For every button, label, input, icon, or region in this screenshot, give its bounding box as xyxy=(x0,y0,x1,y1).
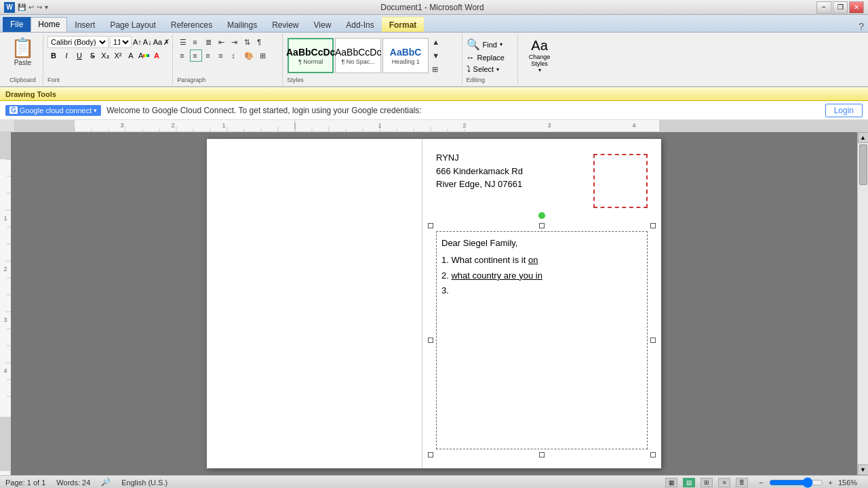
document-area[interactable]: RYNJ 666 Kinderkamack Rd River Edge, NJ … xyxy=(11,132,857,475)
style-normal[interactable]: AaBbCcDc ¶ Normal xyxy=(288,38,334,73)
shading-btn[interactable]: 🎨 xyxy=(241,49,256,62)
page-info: Page: 1 of 1 xyxy=(5,479,45,487)
sender-line2: 666 Kinderkamack Rd xyxy=(436,165,523,178)
handle-bot-right[interactable] xyxy=(650,452,656,458)
italic-button[interactable]: I xyxy=(60,49,73,62)
select-button[interactable]: ⤵ Select ▾ xyxy=(467,64,500,74)
clipboard-group: 📋 Paste Clipboard xyxy=(3,34,43,85)
show-hide-btn[interactable]: ¶ xyxy=(254,36,267,48)
page: RYNJ 666 Kinderkamack Rd River Edge, NJ … xyxy=(207,139,661,468)
tab-file[interactable]: File xyxy=(3,17,31,32)
handle-top-mid[interactable] xyxy=(539,223,545,228)
tab-view[interactable]: View xyxy=(307,17,339,32)
styles-scroll-down[interactable]: ▼ xyxy=(429,49,442,62)
align-left-btn[interactable]: ≡ xyxy=(177,49,189,62)
view-outline[interactable]: ≡ xyxy=(718,478,730,487)
handle-top-left[interactable] xyxy=(428,223,433,228)
view-full-screen[interactable]: ▤ xyxy=(683,478,695,487)
close-button[interactable]: ✕ xyxy=(849,1,864,14)
align-right-btn[interactable]: ≡ xyxy=(203,49,215,62)
underline-button[interactable]: U xyxy=(73,49,85,62)
tab-references[interactable]: References xyxy=(163,17,220,32)
line-spacing-btn[interactable]: ↕ xyxy=(229,49,241,62)
view-web[interactable]: ⊞ xyxy=(701,478,713,487)
tab-home[interactable]: Home xyxy=(31,17,67,32)
spell-check-icon[interactable]: 🔎 xyxy=(101,478,111,487)
minimize-button[interactable]: − xyxy=(816,1,831,14)
font-name-select[interactable]: Calibri (Body) xyxy=(47,36,108,48)
tab-mailings[interactable]: Mailings xyxy=(220,17,264,32)
styles-more[interactable]: ⊞ xyxy=(429,63,442,75)
quick-access-redo[interactable]: ↪ xyxy=(37,3,42,11)
svg-rect-1 xyxy=(15,120,75,132)
replace-button[interactable]: ↔ Replace xyxy=(467,53,505,62)
grow-font-btn[interactable]: A↑ xyxy=(133,38,142,46)
ribbon: File Home Insert Page Layout References … xyxy=(0,15,868,87)
handle-mid-right[interactable] xyxy=(650,338,656,343)
superscript-button[interactable]: X² xyxy=(112,49,124,62)
main-area: 1 2 3 4 RYNJ 666 Kinderkamack Rd River E… xyxy=(0,132,868,475)
tab-format[interactable]: Format xyxy=(382,17,425,32)
change-case-btn[interactable]: Aa xyxy=(153,38,162,46)
justify-btn[interactable]: ≡ xyxy=(216,49,228,62)
svg-text:|: | xyxy=(294,122,296,129)
strikethrough-button[interactable]: S̶ xyxy=(86,49,98,62)
styles-scroll-up[interactable]: ▲ xyxy=(429,36,442,48)
subscript-button[interactable]: X₂ xyxy=(99,49,111,62)
numbering-btn[interactable]: ≡ xyxy=(190,36,202,48)
paragraph-group: ☰ ≡ ≣ ⇤ ⇥ ⇅ ¶ ≡ ≡ ≡ ≡ ↕ 🎨 ⊞ Paragraph xyxy=(174,34,283,85)
view-print-layout[interactable]: ▦ xyxy=(665,478,677,487)
svg-text:2: 2 xyxy=(462,122,466,129)
tab-review[interactable]: Review xyxy=(264,17,306,32)
quick-access-save[interactable]: 💾 xyxy=(18,3,26,11)
decrease-indent-btn[interactable]: ⇤ xyxy=(216,36,228,48)
font-color-btn[interactable]: A xyxy=(151,49,163,62)
tab-addins[interactable]: Add-Ins xyxy=(338,17,381,32)
status-bar: Page: 1 of 1 Words: 24 🔎 English (U.S.) … xyxy=(0,475,868,488)
tab-bar: File Home Insert Page Layout References … xyxy=(0,15,868,33)
style-heading1[interactable]: AaBbC Heading 1 xyxy=(382,38,429,73)
scroll-down-button[interactable]: ▼ xyxy=(858,464,869,475)
svg-text:4: 4 xyxy=(632,122,635,129)
scroll-up-button[interactable]: ▲ xyxy=(858,132,869,143)
login-button[interactable]: Login xyxy=(825,104,863,117)
scroll-track[interactable] xyxy=(858,143,868,464)
font-size-select[interactable]: 11 xyxy=(110,36,132,48)
vertical-scrollbar[interactable]: ▲ ▼ xyxy=(857,132,868,475)
quick-access-undo[interactable]: ↩ xyxy=(28,3,34,11)
handle-bot-mid[interactable] xyxy=(539,452,545,458)
tab-page-layout[interactable]: Page Layout xyxy=(102,17,163,32)
sender-address: RYNJ 666 Kinderkamack Rd River Edge, NJ … xyxy=(436,151,523,191)
style-no-spacing[interactable]: AaBbCcDc ¶ No Spac... xyxy=(335,38,381,73)
help-icon[interactable]: ? xyxy=(859,21,868,32)
gcloud-logo[interactable]: G Google cloud connect ▾ xyxy=(5,105,101,116)
find-button[interactable]: 🔍 Find ▾ xyxy=(467,38,502,51)
align-center-btn[interactable]: ≡ xyxy=(190,49,202,62)
clear-formatting-btn[interactable]: ✗ xyxy=(163,38,170,47)
text-box-container[interactable]: Dear Siegel Family, 1. What continent is… xyxy=(431,226,653,455)
tab-insert[interactable]: Insert xyxy=(67,17,102,32)
borders-btn[interactable]: ⊞ xyxy=(257,49,269,62)
handle-mid-left[interactable] xyxy=(428,338,433,343)
restore-button[interactable]: ❐ xyxy=(833,1,848,14)
bold-button[interactable]: B xyxy=(47,49,60,62)
multilevel-btn[interactable]: ≣ xyxy=(203,36,215,48)
change-styles-button[interactable]: Aa Change Styles ▾ xyxy=(529,38,551,73)
scroll-thumb[interactable] xyxy=(859,144,867,185)
handle-top-right[interactable] xyxy=(650,223,656,228)
handle-bot-left[interactable] xyxy=(428,452,433,458)
text-effects-button[interactable]: A xyxy=(125,49,137,62)
rotate-handle[interactable] xyxy=(538,212,545,219)
zoom-in-btn[interactable]: + xyxy=(829,479,833,487)
zoom-out-btn[interactable]: − xyxy=(759,479,763,487)
sort-btn[interactable]: ⇅ xyxy=(241,36,254,48)
increase-indent-btn[interactable]: ⇥ xyxy=(229,36,241,48)
zoom-slider[interactable] xyxy=(769,477,823,488)
shrink-font-btn[interactable]: A↓ xyxy=(143,38,152,46)
paste-button[interactable]: 📋 Paste xyxy=(9,35,37,68)
ruler: 3 2 1 | 1 2 3 4 xyxy=(0,120,868,132)
text-box-content[interactable]: Dear Siegel Family, 1. What continent is… xyxy=(441,237,642,300)
bullets-btn[interactable]: ☰ xyxy=(177,36,189,48)
view-draft[interactable]: ≣ xyxy=(736,478,748,487)
highlight-btn[interactable]: A xyxy=(138,49,150,62)
